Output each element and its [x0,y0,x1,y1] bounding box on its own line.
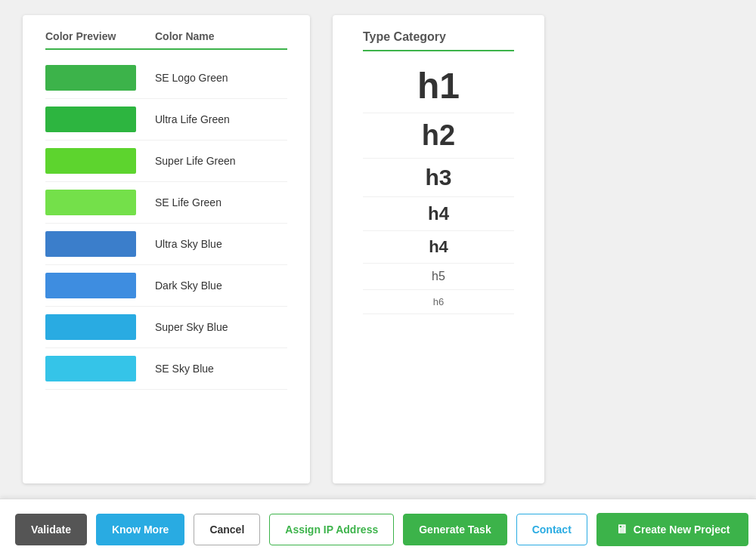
color-swatch [45,356,136,381]
cancel-button[interactable]: Cancel [194,514,260,545]
color-swatch [45,148,136,174]
color-row: Super Sky Blue [45,307,287,348]
create-project-label: Create New Project [634,523,730,536]
type-category-header: Type Category [363,30,514,51]
color-row: Ultra Life Green [45,99,287,141]
color-rows: SE Logo Green Ultra Life Green Super Lif… [45,57,287,390]
toolbar: Validate Know More Cancel Assign IP Addr… [0,499,756,559]
type-category-item: h2 [363,113,514,159]
type-category-item: h4 [363,197,514,231]
type-category-item: h5 [363,264,514,290]
color-row: SE Sky Blue [45,348,287,390]
contact-button[interactable]: Contact [516,514,587,545]
type-items: h1h2h3h4h4h5h6 [363,59,514,314]
color-label: Ultra Sky Blue [155,238,222,250]
color-swatch [45,190,136,215]
color-swatch [45,273,136,298]
color-label: Dark Sky Blue [155,280,222,292]
color-name-header: Color Name [155,30,215,42]
color-swatch [45,65,136,91]
color-table-header: Color Preview Color Name [45,30,287,50]
color-row: Dark Sky Blue [45,265,287,307]
type-category-item: h1 [363,59,514,113]
type-category-item: h3 [363,159,514,197]
type-category-item: h4 [363,231,514,264]
color-label: SE Sky Blue [155,363,214,375]
color-label: SE Logo Green [155,72,228,84]
color-table-card: Color Preview Color Name SE Logo Green U… [23,15,310,483]
color-row: Super Life Green [45,141,287,182]
color-row: SE Logo Green [45,57,287,99]
create-project-button[interactable]: 🖥 Create New Project [596,513,749,546]
generate-task-button[interactable]: Generate Task [403,514,507,545]
color-swatch [45,231,136,257]
color-row: SE Life Green [45,182,287,224]
color-label: Super Sky Blue [155,321,228,333]
type-category-card: Type Category h1h2h3h4h4h5h6 [333,15,544,483]
color-preview-header: Color Preview [45,30,155,42]
validate-button[interactable]: Validate [15,514,87,545]
create-project-icon: 🖥 [615,523,627,536]
color-label: Super Life Green [155,155,236,167]
color-swatch [45,107,136,132]
know-more-button[interactable]: Know More [96,514,184,545]
color-row: Ultra Sky Blue [45,224,287,265]
color-label: SE Life Green [155,196,222,208]
assign-ip-button[interactable]: Assign IP Address [269,514,394,545]
color-label: Ultra Life Green [155,113,230,125]
color-swatch [45,314,136,340]
type-category-item: h6 [363,290,514,314]
